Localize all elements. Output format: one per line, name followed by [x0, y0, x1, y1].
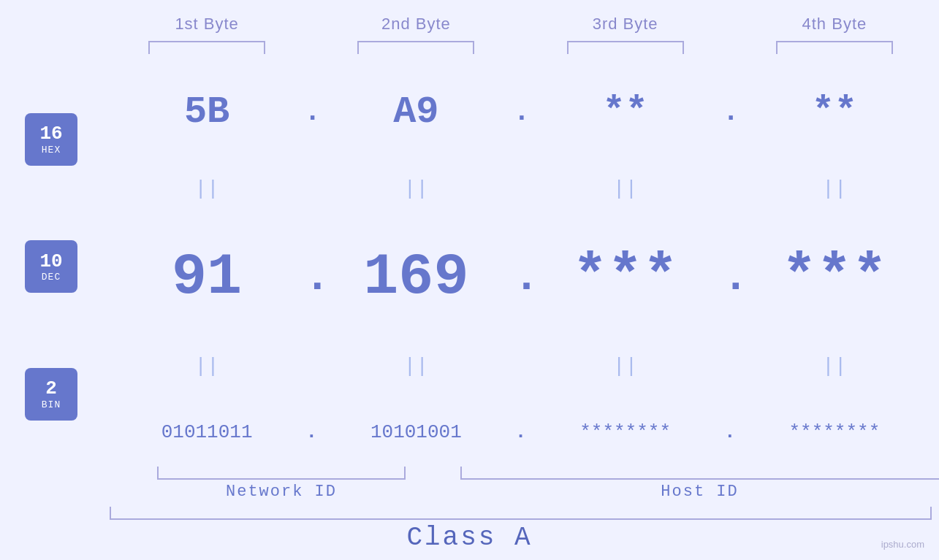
byte-1-header: 1st Byte: [102, 15, 311, 34]
watermark: ipshu.com: [881, 539, 924, 550]
eq-row-2: || || || ||: [102, 355, 939, 377]
hex-byte-2: A9: [319, 91, 513, 134]
byte-3-header: 3rd Byte: [521, 15, 730, 34]
bin-byte-4: ********: [737, 421, 932, 443]
eq-4: ||: [737, 177, 932, 200]
byte-4-header: 4th Byte: [730, 15, 939, 34]
bracket-line-3: [567, 41, 684, 54]
eq2-4: ||: [737, 355, 932, 377]
bottom-brackets-row: [0, 467, 939, 480]
dec-dot-1: .: [304, 253, 319, 302]
dec-dot-3: .: [723, 253, 737, 302]
eq-2: ||: [319, 177, 513, 200]
dec-badge-label: DEC: [42, 272, 61, 283]
header-row: 1st Byte 2nd Byte 3rd Byte 4th Byte: [0, 0, 939, 34]
badges-column: 16 HEX 10 DEC 2 BIN: [0, 69, 102, 465]
host-bracket-container: [460, 467, 939, 480]
bracket-4: [730, 41, 939, 54]
main-section: 16 HEX 10 DEC 2 BIN 5B . A9 . ** . **: [0, 69, 939, 465]
bracket-1: [102, 41, 311, 54]
eq2-2: ||: [319, 355, 513, 377]
network-bracket-container: [102, 467, 460, 480]
dec-row: 91 . 169 . *** . ***: [102, 244, 939, 310]
bracket-2: [311, 41, 520, 54]
bracket-line-1: [148, 41, 265, 54]
bin-badge-label: BIN: [42, 399, 61, 410]
eq2-1: ||: [110, 355, 304, 377]
bin-dot-1: .: [304, 421, 319, 443]
dec-byte-4: ***: [737, 244, 932, 310]
dec-byte-3: ***: [528, 244, 723, 310]
byte-2-header: 2nd Byte: [311, 15, 520, 34]
eq-1: ||: [110, 177, 304, 200]
bracket-line-2: [357, 41, 474, 54]
network-bracket-line: [157, 467, 406, 480]
bin-byte-3: ********: [528, 421, 723, 443]
hex-byte-4: **: [737, 91, 932, 134]
eq2-3: ||: [528, 355, 723, 377]
class-label: Class A: [0, 523, 939, 553]
main-container: 1st Byte 2nd Byte 3rd Byte 4th Byte 16 H…: [0, 0, 939, 560]
hex-byte-1: 5B: [110, 91, 304, 134]
bin-byte-1: 01011011: [110, 421, 304, 443]
host-id-label: Host ID: [460, 483, 939, 501]
bin-dot-2: .: [514, 421, 528, 443]
overall-bracket-row: [0, 507, 939, 520]
dec-dot-2: .: [514, 253, 528, 302]
dec-badge: 10 DEC: [25, 240, 77, 293]
hex-badge-label: HEX: [42, 145, 61, 156]
hex-badge: 16 HEX: [25, 113, 77, 166]
eq-3: ||: [528, 177, 723, 200]
network-id-label: Network ID: [102, 483, 460, 501]
bin-row: 01011011 . 10101001 . ******** . *******…: [102, 421, 939, 443]
bin-badge: 2 BIN: [25, 368, 77, 421]
host-bracket-line: [460, 467, 939, 480]
id-labels-row: Network ID Host ID: [0, 483, 939, 501]
hex-dot-1: .: [304, 96, 319, 128]
bin-byte-2: 10101001: [319, 421, 513, 443]
hex-dot-3: .: [723, 96, 737, 128]
dec-byte-2: 169: [319, 244, 513, 310]
bracket-3: [521, 41, 730, 54]
bin-dot-3: .: [723, 421, 737, 443]
hex-badge-number: 16: [39, 123, 62, 145]
bracket-line-4: [776, 41, 893, 54]
hex-byte-3: **: [528, 91, 723, 134]
overall-bracket-line: [110, 507, 932, 520]
eq-row-1: || || || ||: [102, 177, 939, 200]
top-brackets: [0, 41, 939, 54]
dec-byte-1: 91: [110, 244, 304, 310]
hex-row: 5B . A9 . ** . **: [102, 91, 939, 134]
data-section: 5B . A9 . ** . ** || || || || 91: [102, 69, 939, 465]
dec-badge-number: 10: [39, 251, 62, 272]
hex-dot-2: .: [514, 96, 528, 128]
bin-badge-number: 2: [45, 378, 57, 399]
